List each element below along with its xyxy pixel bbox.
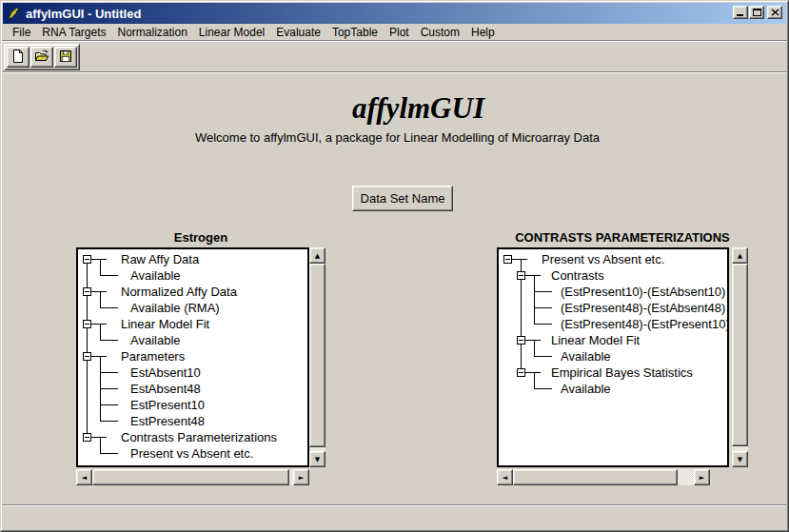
scroll-up-button[interactable]: ▲ xyxy=(732,247,748,264)
expand-collapse-box[interactable] xyxy=(517,271,525,280)
tree-item[interactable]: Contrasts xyxy=(551,267,604,284)
tree-connector-line xyxy=(534,340,535,357)
contrasts-tree[interactable]: Present vs Absent etc.Contrasts(EstPrese… xyxy=(497,247,729,467)
scrollbar-thumb[interactable] xyxy=(309,264,325,447)
new-document-button[interactable] xyxy=(7,47,30,68)
tree-connector-line xyxy=(91,291,107,292)
tree-connector-line xyxy=(100,324,101,341)
tree-item[interactable]: EstPresent48 xyxy=(130,413,205,429)
menu-toptable[interactable]: TopTable xyxy=(326,25,384,40)
tree-connector-line xyxy=(512,259,527,260)
tree-connector-line xyxy=(100,291,101,308)
tree-connector-line xyxy=(100,259,101,276)
tree-item[interactable]: Present vs Absent etc. xyxy=(542,251,664,267)
expand-collapse-box[interactable] xyxy=(517,368,525,377)
close-icon xyxy=(771,9,779,16)
scroll-up-button[interactable]: ▲ xyxy=(309,247,325,264)
tree-item[interactable]: Available xyxy=(130,267,181,284)
data-set-name-button[interactable]: Data Set Name xyxy=(352,186,453,211)
tree-item[interactable]: EstAbsent10 xyxy=(130,365,201,381)
expand-collapse-box[interactable] xyxy=(83,255,91,264)
menu-help[interactable]: Help xyxy=(465,25,501,40)
tree-item[interactable]: (EstPresent10)-(EstAbsent10) xyxy=(561,284,725,300)
minus-icon xyxy=(85,356,89,357)
left-tree-horizontal-scrollbar[interactable]: ◄ ► xyxy=(76,469,309,485)
minus-icon xyxy=(85,259,89,260)
window-title: affylmGUI - Untitled xyxy=(26,7,141,21)
menu-custom[interactable]: Custom xyxy=(415,25,465,40)
expand-collapse-box[interactable] xyxy=(83,352,91,361)
tree-item[interactable]: EstAbsent48 xyxy=(130,381,201,397)
tree-connector-line xyxy=(534,388,552,389)
scrollbar-track[interactable] xyxy=(513,469,694,485)
tree-item[interactable]: Available xyxy=(561,348,611,365)
menu-evaluate[interactable]: Evaluate xyxy=(270,25,326,40)
menu-rna-targets[interactable]: RNA Targets xyxy=(36,25,111,40)
page-subtitle: Welcome to affylmGUI, a package for Line… xyxy=(3,130,789,145)
scroll-left-button[interactable]: ◄ xyxy=(497,469,513,485)
tree-item[interactable]: (EstPresent48)-(EstAbsent48) xyxy=(561,300,725,316)
tree-item[interactable]: Present vs Absent etc. xyxy=(130,445,253,462)
scroll-left-button[interactable]: ◄ xyxy=(76,469,92,485)
scroll-down-button[interactable]: ▼ xyxy=(732,451,748,467)
tree-item[interactable]: Empirical Bayes Statistics xyxy=(551,365,693,381)
expand-collapse-box[interactable] xyxy=(83,320,91,328)
scrollbar-track[interactable] xyxy=(309,264,325,451)
tree-connector-line xyxy=(100,404,118,405)
expand-collapse-box[interactable] xyxy=(503,255,512,264)
scrollbar-track[interactable] xyxy=(732,264,748,451)
scroll-right-button[interactable]: ► xyxy=(694,469,710,485)
tree-item[interactable]: Available (RMA) xyxy=(130,300,220,316)
minus-icon xyxy=(519,275,523,276)
tree-connector-line xyxy=(91,437,107,438)
maximize-button[interactable] xyxy=(749,6,764,19)
tree-connector-line xyxy=(100,340,118,341)
minimize-button[interactable] xyxy=(733,6,748,19)
tree-item[interactable]: EstPresent10 xyxy=(130,397,205,413)
save-button[interactable] xyxy=(54,47,77,68)
scroll-right-button[interactable]: ► xyxy=(293,469,309,485)
expand-collapse-box[interactable] xyxy=(83,287,91,296)
tree-item[interactable]: Parameters xyxy=(121,348,185,365)
right-tree-vertical-scrollbar[interactable]: ▲ ▼ xyxy=(732,247,748,467)
tree-item[interactable]: Raw Affy Data xyxy=(121,251,199,267)
tree-item[interactable]: Linear Model Fit xyxy=(551,332,640,348)
expand-collapse-box[interactable] xyxy=(83,433,91,442)
scrollbar-thumb[interactable] xyxy=(513,469,678,485)
menu-normalization[interactable]: Normalization xyxy=(112,25,193,40)
tree-connector-line xyxy=(525,275,541,276)
scrollbar-thumb[interactable] xyxy=(92,469,289,485)
tree-connector-line xyxy=(100,307,118,308)
minus-icon xyxy=(519,372,523,373)
tree-item[interactable]: Available xyxy=(561,381,611,397)
tree-connector-line xyxy=(100,421,118,422)
tree-item[interactable]: Linear Model Fit xyxy=(121,316,209,332)
tree-item[interactable]: (EstPresent48)-(EstPresent10) xyxy=(561,316,727,332)
menu-file[interactable]: File xyxy=(7,25,36,40)
tree-connector-line xyxy=(534,324,552,325)
tree-connector-line xyxy=(534,275,535,325)
tree-item[interactable]: Normalized Affy Data xyxy=(121,284,237,300)
minus-icon xyxy=(85,291,89,292)
open-folder-button[interactable] xyxy=(30,47,53,68)
expand-collapse-box[interactable] xyxy=(517,336,525,345)
menu-linear-model[interactable]: Linear Model xyxy=(193,25,270,40)
tree-connector-line xyxy=(100,372,118,373)
minimize-icon xyxy=(737,14,743,16)
tree-item[interactable]: Contrasts Parameterizations xyxy=(121,429,277,445)
menu-plot[interactable]: Plot xyxy=(384,25,415,40)
page-title: affylmGUI xyxy=(24,92,789,125)
tree-connector-line xyxy=(100,275,118,276)
tree-connector-line xyxy=(534,356,552,357)
titlebar[interactable]: affylmGUI - Untitled xyxy=(3,3,786,24)
close-button[interactable] xyxy=(767,6,782,19)
scrollbar-thumb[interactable] xyxy=(732,264,748,446)
right-tree-horizontal-scrollbar[interactable]: ◄ ► xyxy=(497,469,710,485)
scrollbar-track[interactable] xyxy=(92,469,293,485)
tree-item[interactable]: Available xyxy=(130,332,181,348)
left-tree-vertical-scrollbar[interactable]: ▲ ▼ xyxy=(309,247,325,467)
estrogen-tree[interactable]: Raw Affy DataAvailableNormalized Affy Da… xyxy=(76,247,309,467)
separator xyxy=(2,504,787,506)
scroll-down-button[interactable]: ▼ xyxy=(309,451,325,467)
open-folder-icon xyxy=(34,49,49,67)
